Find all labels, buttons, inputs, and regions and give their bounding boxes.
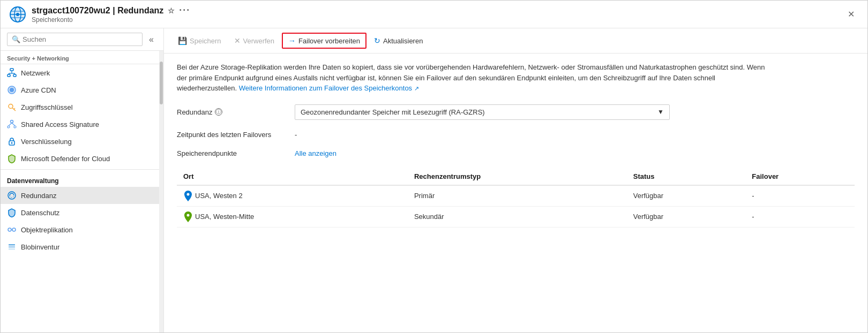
svg-point-6 xyxy=(16,13,19,16)
sidebar-item-datenschutz[interactable]: Datenschutz xyxy=(1,204,159,221)
svg-line-23 xyxy=(9,123,12,126)
svg-point-26 xyxy=(11,142,13,144)
external-link-icon: ↗ xyxy=(414,85,419,92)
sidebar: 🔍 « Security + Networking Netzwerk xyxy=(1,28,164,332)
app-icon xyxy=(9,6,26,23)
redundancy-value: Geozonenredundanter Speicher mit Lesezug… xyxy=(295,104,855,120)
svg-rect-32 xyxy=(9,246,15,248)
description-link[interactable]: Weitere Informationen zum Failover des S… xyxy=(239,84,412,92)
location-pin-icon xyxy=(183,190,193,202)
redundancy-dropdown[interactable]: Geozonenredundanter Speicher mit Lesezug… xyxy=(295,104,670,120)
svg-rect-33 xyxy=(9,248,15,250)
redundancy-row: Redundanz ⓘ Geozonenredundanter Speicher… xyxy=(177,104,855,120)
sidebar-item-zugriffsschlüssel[interactable]: Zugriffsschlüssel xyxy=(1,99,159,116)
redundanz-label: Redundanz xyxy=(21,192,57,200)
datenschutz-label: Datenschutz xyxy=(21,209,59,217)
search-box[interactable]: 🔍 xyxy=(7,33,143,46)
col-status: Status xyxy=(627,168,746,185)
data-table: Ort Rechenzentrumstyp Status Failover US… xyxy=(177,168,855,228)
cell-location-1: USA, Westen-Mitte xyxy=(177,206,408,227)
redundancy-label: Redundanz ⓘ xyxy=(177,108,295,116)
location-pin-icon xyxy=(183,211,193,223)
cell-failover-1: - xyxy=(745,206,855,227)
endpoints-link[interactable]: Alle anzeigen xyxy=(295,149,336,157)
sidebar-item-netzwerk[interactable]: Netzwerk xyxy=(1,64,159,81)
favorite-star[interactable]: ☆ xyxy=(168,6,175,15)
svg-point-21 xyxy=(8,126,10,128)
netzwerk-label: Netzwerk xyxy=(21,69,50,77)
more-options[interactable]: ··· xyxy=(179,5,190,16)
blobinventur-icon xyxy=(7,242,17,252)
cdn-label: Azure CDN xyxy=(21,86,56,94)
sidebar-item-objektreplikation[interactable]: Objektreplikation xyxy=(1,221,159,238)
redundancy-info-icon[interactable]: ⓘ xyxy=(215,108,222,116)
section-label-security: Security + Networking xyxy=(1,51,159,64)
col-rechenzentrumstyp: Rechenzentrumstyp xyxy=(408,168,627,185)
svg-rect-8 xyxy=(8,74,10,77)
sidebar-item-verschlüsselung[interactable]: Verschlüsselung xyxy=(1,133,159,150)
failover-button[interactable]: → Failover vorbereiten xyxy=(282,33,366,49)
main-layout: 🔍 « Security + Networking Netzwerk xyxy=(1,28,867,332)
discard-icon: ✕ xyxy=(234,36,241,45)
cell-status-1: Verfügbar xyxy=(627,206,746,227)
defender-label: Microsoft Defender for Cloud xyxy=(21,155,110,163)
sidebar-divider-1 xyxy=(1,169,159,170)
svg-point-35 xyxy=(187,214,190,216)
svg-point-27 xyxy=(8,192,16,199)
svg-rect-9 xyxy=(13,74,16,77)
sidebar-item-cdn[interactable]: Azure CDN xyxy=(1,81,159,99)
sidebar-item-shared-access[interactable]: Shared Access Signature xyxy=(1,116,159,133)
cell-status-0: Verfügbar xyxy=(627,185,746,207)
svg-point-22 xyxy=(14,126,16,128)
endpoints-row: Speicherendpunkte Alle anzeigen xyxy=(177,149,855,157)
sidebar-item-redundanz[interactable]: Redundanz xyxy=(1,187,159,204)
sidebar-item-blobinventur[interactable]: Blobinventur xyxy=(1,238,159,255)
sidebar-scrollbar-thumb[interactable] xyxy=(160,62,163,104)
last-failover-row: Zeitpunkt des letzten Failovers - xyxy=(177,131,855,139)
defender-icon xyxy=(7,154,17,163)
svg-line-24 xyxy=(12,123,15,126)
window-subtitle: Speicherkonto xyxy=(32,16,190,24)
objektreplikation-icon xyxy=(7,225,17,234)
key-icon xyxy=(7,102,17,112)
discard-button[interactable]: ✕ Verwerfen xyxy=(229,34,280,48)
sidebar-item-defender[interactable]: Microsoft Defender for Cloud xyxy=(1,150,159,167)
svg-point-29 xyxy=(12,228,16,231)
sidebar-nav: Security + Networking Netzwerk Azure CDN xyxy=(1,51,159,332)
refresh-button[interactable]: ↻ Aktualisieren xyxy=(369,34,428,48)
cdn-icon xyxy=(7,85,17,95)
svg-rect-31 xyxy=(9,244,15,246)
table-row: USA, Westen-Mitte Sekundär Verfügbar - xyxy=(177,206,855,227)
verschlüsselung-label: Verschlüsselung xyxy=(21,138,72,146)
save-button[interactable]: 💾 Speichern xyxy=(173,34,227,48)
shared-access-label: Shared Access Signature xyxy=(21,120,99,128)
sidebar-scrollbar[interactable] xyxy=(159,51,163,332)
last-failover-label: Zeitpunkt des letzten Failovers xyxy=(177,131,295,139)
cell-location-0: USA, Westen 2 xyxy=(177,185,408,207)
zugriffsschlüssel-label: Zugriffsschlüssel xyxy=(21,103,73,111)
content-body: Bei der Azure Storage-Replikation werden… xyxy=(164,54,867,332)
failover-icon: → xyxy=(288,36,296,45)
table-header-row: Ort Rechenzentrumstyp Status Failover xyxy=(177,168,855,185)
window-title: strgacct100720wu2 | Redundanz ☆ ··· xyxy=(32,5,190,16)
close-button[interactable]: ✕ xyxy=(843,7,859,21)
col-ort: Ort xyxy=(177,168,408,185)
endpoints-value: Alle anzeigen xyxy=(295,149,855,157)
title-text: strgacct100720wu2 | Redundanz ☆ ··· Spei… xyxy=(32,5,190,24)
refresh-icon: ↻ xyxy=(374,36,380,45)
description-text: Bei der Azure Storage-Replikation werden… xyxy=(177,62,766,94)
table-row: USA, Westen 2 Primär Verfügbar - xyxy=(177,185,855,207)
svg-rect-7 xyxy=(10,69,13,71)
svg-point-17 xyxy=(9,104,13,109)
search-input[interactable] xyxy=(23,35,138,43)
collapse-button[interactable]: « xyxy=(146,34,157,46)
svg-point-34 xyxy=(187,193,190,195)
last-failover-value: - xyxy=(295,131,855,139)
objektreplikation-label: Objektreplikation xyxy=(21,226,73,234)
datenschutz-icon xyxy=(7,208,17,217)
redundanz-icon xyxy=(7,191,17,200)
main-window: strgacct100720wu2 | Redundanz ☆ ··· Spei… xyxy=(0,0,868,333)
svg-point-28 xyxy=(8,228,11,231)
section-header-data: Datenverwaltung xyxy=(1,172,159,187)
sidebar-search-area: 🔍 « xyxy=(1,28,163,51)
